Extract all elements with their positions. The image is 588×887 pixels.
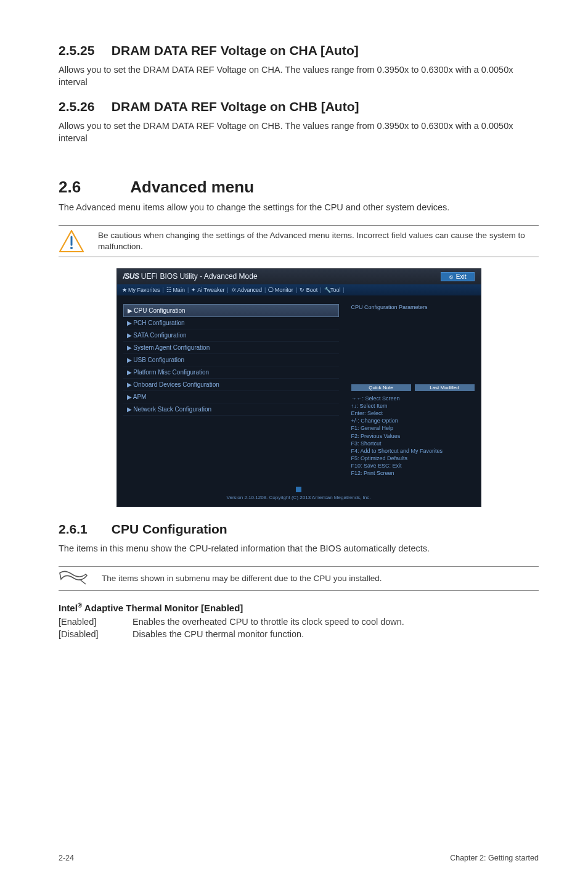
- bios-title-label: UEFI BIOS Utility - Advanced Mode: [141, 272, 258, 281]
- tab-tool[interactable]: 🔧 Tool: [324, 287, 341, 293]
- note-icon: [59, 571, 88, 587]
- bios-key-help: →←: Select Screen ↑↓: Select Item Enter:…: [351, 395, 475, 477]
- bios-exit-button[interactable]: ⎋ Exit: [441, 272, 475, 281]
- body-text: The items in this menu show the CPU-rela…: [59, 543, 539, 555]
- heading-text: CPU Configuration: [112, 522, 227, 536]
- bios-help-panel: CPU Configuration Parameters Quick Note …: [345, 295, 481, 484]
- bios-version-text: Version 2.10.1208. Copyright (C) 2013 Am…: [227, 495, 371, 500]
- heading-text: Advanced menu: [130, 178, 254, 196]
- bios-footer: Version 2.10.1208. Copyright (C) 2013 Am…: [117, 483, 481, 506]
- option-key: [Disabled]: [59, 629, 133, 639]
- option-row-disabled: [Disabled] Disables the CPU thermal moni…: [59, 629, 539, 639]
- bios-item-description: CPU Configuration Parameters: [351, 304, 475, 384]
- bios-title-text: /SUS UEFI BIOS Utility - Advanced Mode: [123, 272, 258, 281]
- body-text: Allows you to set the DRAM DATA REF Volt…: [59, 64, 539, 88]
- spacer: [59, 155, 539, 178]
- help-line: Enter: Select: [351, 410, 475, 417]
- last-modified-button[interactable]: Last Modified: [415, 384, 475, 391]
- menu-item-sata-config[interactable]: ▶ SATA Configuration: [123, 329, 339, 342]
- bios-tabs: ★ My Favorites| ☷ Main| ✦ Ai Tweaker| ⛭ …: [117, 284, 481, 295]
- option-value: Enables the overheated CPU to throttle i…: [133, 617, 539, 627]
- warning-callout: Be cautious when changing the settings o…: [59, 225, 539, 257]
- intel-heading: Intel® Adaptive Thermal Monitor [Enabled…: [59, 602, 539, 613]
- heading-2-5-26: 2.5.26 DRAM DATA REF Voltage on CHB [Aut…: [59, 99, 539, 114]
- menu-item-cpu-config[interactable]: ▶ CPU Configuration: [123, 304, 339, 317]
- bios-exit-label: Exit: [456, 273, 467, 280]
- body-text: The Advanced menu items allow you to cha…: [59, 202, 539, 214]
- option-key: [Enabled]: [59, 617, 133, 627]
- note-callout: The items shown in submenu may be differ…: [59, 566, 539, 591]
- body-text: Allows you to set the DRAM DATA REF Volt…: [59, 120, 539, 144]
- heading-text: DRAM DATA REF Voltage on CHA [Auto]: [112, 43, 359, 57]
- heading-2-5-25: 2.5.25 DRAM DATA REF Voltage on CHA [Aut…: [59, 43, 539, 58]
- heading-text: DRAM DATA REF Voltage on CHB [Auto]: [112, 99, 359, 113]
- heading-number: 2.6: [59, 178, 126, 197]
- help-line: +/-: Change Option: [351, 417, 475, 424]
- quick-note-button[interactable]: Quick Note: [351, 384, 411, 391]
- menu-item-platform-misc[interactable]: ▶ Platform Misc Configuration: [123, 366, 339, 379]
- menu-item-onboard-devices[interactable]: ▶ Onboard Devices Configuration: [123, 379, 339, 391]
- bios-titlebar: /SUS UEFI BIOS Utility - Advanced Mode ⎋…: [117, 269, 481, 284]
- tab-ai-icon: ✦: [191, 287, 196, 293]
- help-line: F4: Add to Shortcut and My Favorites: [351, 447, 475, 455]
- tab-mon-icon: 🖵: [268, 287, 273, 293]
- tab-monitor[interactable]: 🖵 Monitor: [268, 287, 293, 293]
- page-footer: 2-24 Chapter 2: Getting started: [59, 854, 539, 862]
- tab-main-icon: ☷: [166, 287, 171, 293]
- intel-prefix: Intel: [59, 603, 78, 613]
- menu-item-usb-config[interactable]: ▶ USB Configuration: [123, 354, 339, 366]
- help-line: F5: Optimized Defaults: [351, 455, 475, 462]
- bios-screenshot: /SUS UEFI BIOS Utility - Advanced Mode ⎋…: [116, 268, 481, 508]
- tab-advanced[interactable]: ⛭ Advanced: [231, 287, 262, 293]
- bios-help-buttons: Quick Note Last Modified: [351, 384, 475, 391]
- option-row-enabled: [Enabled] Enables the overheated CPU to …: [59, 617, 539, 627]
- heading-number: 2.5.26: [59, 99, 108, 114]
- help-line: F12: Print Screen: [351, 469, 475, 477]
- exit-icon: ⎋: [449, 273, 454, 280]
- tab-adv-icon: ⛭: [231, 287, 236, 293]
- note-text: The items shown in submenu may be differ…: [102, 573, 539, 584]
- page: 2.5.25 DRAM DATA REF Voltage on CHA [Aut…: [0, 0, 588, 887]
- option-value: Disables the CPU thermal monitor functio…: [133, 629, 539, 639]
- asus-logo: /SUS: [123, 272, 139, 281]
- menu-item-apm[interactable]: ▶ APM: [123, 391, 339, 403]
- help-line: F1: General Help: [351, 424, 475, 432]
- heading-number: 2.6.1: [59, 522, 108, 537]
- tab-boot-icon: ↻: [300, 287, 304, 293]
- intel-suffix: Adaptive Thermal Monitor [Enabled]: [82, 603, 243, 613]
- warning-icon: [59, 229, 84, 253]
- menu-item-network-stack[interactable]: ▶ Network Stack Configuration: [123, 403, 339, 416]
- tab-favorites[interactable]: ★ My Favorites: [122, 287, 160, 293]
- help-line: F2: Previous Values: [351, 432, 475, 440]
- heading-2-6: 2.6 Advanced menu: [59, 178, 539, 197]
- help-line: F3: Shortcut: [351, 440, 475, 447]
- help-line: F10: Save ESC: Exit: [351, 462, 475, 469]
- heading-2-6-1: 2.6.1 CPU Configuration: [59, 522, 539, 537]
- svg-point-2: [70, 247, 73, 249]
- tab-aitweaker[interactable]: ✦ Ai Tweaker: [191, 287, 224, 293]
- menu-item-sysagent-config[interactable]: ▶ System Agent Configuration: [123, 342, 339, 354]
- chapter-label: Chapter 2: Getting started: [450, 854, 539, 862]
- footer-square-icon: [296, 487, 301, 492]
- tab-boot[interactable]: ↻ Boot: [300, 287, 317, 293]
- bios-menu-list: ▶ CPU Configuration ▶ PCH Configuration …: [117, 295, 345, 484]
- heading-number: 2.5.25: [59, 43, 108, 58]
- bios-body: ▶ CPU Configuration ▶ PCH Configuration …: [117, 295, 481, 484]
- help-line: →←: Select Screen: [351, 395, 475, 402]
- tab-main[interactable]: ☷ Main: [166, 287, 185, 293]
- menu-item-pch-config[interactable]: ▶ PCH Configuration: [123, 317, 339, 329]
- tab-tool-icon: 🔧: [324, 287, 329, 293]
- warning-text: Be cautious when changing the settings o…: [98, 230, 539, 252]
- page-number: 2-24: [59, 854, 74, 862]
- help-line: ↑↓: Select Item: [351, 402, 475, 410]
